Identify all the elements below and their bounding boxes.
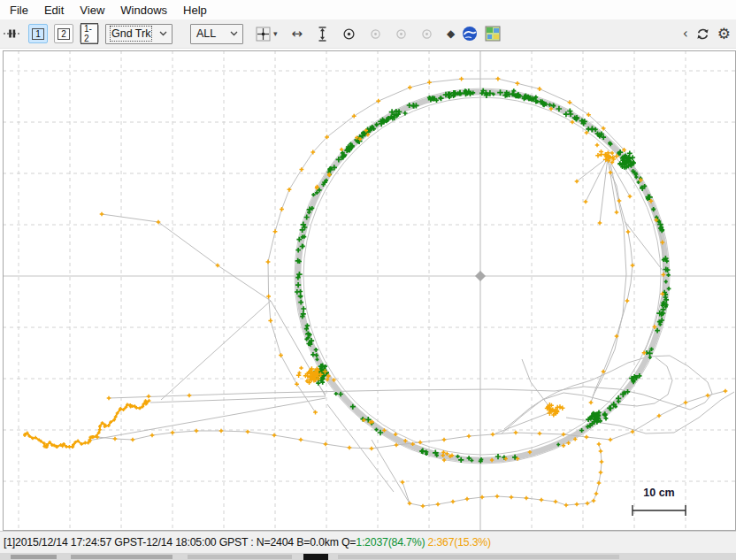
stream-connect-icon[interactable]	[4, 23, 21, 44]
waypoint-diamond-icon[interactable]: ◆	[447, 23, 455, 44]
background-fragment	[303, 554, 328, 560]
plot12-button[interactable]: 1-2	[80, 24, 99, 43]
google-earth-icon[interactable]	[462, 23, 478, 44]
background-window-strip	[0, 553, 736, 560]
center-origin-icon[interactable]	[342, 23, 356, 44]
plot1-button[interactable]: 1	[28, 24, 48, 43]
menu-help[interactable]: Help	[175, 2, 215, 19]
map-view-icon[interactable]	[485, 23, 501, 44]
background-fragment	[338, 555, 619, 559]
chevron-down-icon	[159, 31, 167, 36]
plot2-button[interactable]: 2	[54, 24, 73, 43]
menu-view[interactable]: View	[72, 2, 112, 19]
background-fragment	[11, 555, 57, 559]
drag-tool-caret-icon[interactable]: ▾	[273, 29, 278, 38]
fit-horizontal-icon[interactable]: ↔	[292, 23, 303, 44]
menu-bar: File Edit View Windows Help	[0, 0, 736, 19]
menu-file[interactable]: File	[2, 2, 36, 19]
scale-bar-label: 10 cm	[643, 487, 674, 499]
background-fragment	[71, 555, 172, 559]
plot-type-select[interactable]: Gnd Trk	[105, 24, 172, 44]
gear-icon[interactable]: ⚙	[717, 23, 731, 44]
fit-vertical-icon[interactable]	[317, 23, 328, 44]
menu-edit[interactable]: Edit	[36, 2, 72, 19]
status-summary: [1]2015/12/14 17:24:57 GPST-12/14 18:05:…	[4, 536, 356, 548]
track-option2-icon[interactable]	[395, 23, 407, 44]
status-bar: [1]2015/12/14 17:24:57 GPST-12/14 18:05:…	[0, 531, 736, 553]
ground-track-plot[interactable]: 10 cm	[0, 49, 736, 531]
track-option3-icon[interactable]	[421, 23, 433, 44]
status-q2: 2:367(15.3%)	[428, 536, 491, 548]
status-q1: 1:2037(84.7%)	[356, 536, 425, 548]
rtkplot-window: File Edit View Windows Help 1 2 1-2 Gnd …	[0, 0, 736, 560]
toolbar: 1 2 1-2 Gnd Trk ALL ▾ ↔	[0, 19, 736, 49]
satellite-filter-select[interactable]: ALL	[190, 24, 243, 44]
menu-windows[interactable]: Windows	[112, 2, 175, 19]
drag-tool-icon[interactable]	[256, 23, 271, 44]
refresh-icon[interactable]	[695, 23, 710, 44]
ground-track-canvas[interactable]: 10 cm	[0, 49, 736, 531]
chevron-down-icon	[230, 31, 238, 36]
back-icon[interactable]: ‹	[683, 23, 688, 44]
background-fragment	[188, 555, 292, 559]
track-option1-icon[interactable]	[370, 23, 381, 44]
